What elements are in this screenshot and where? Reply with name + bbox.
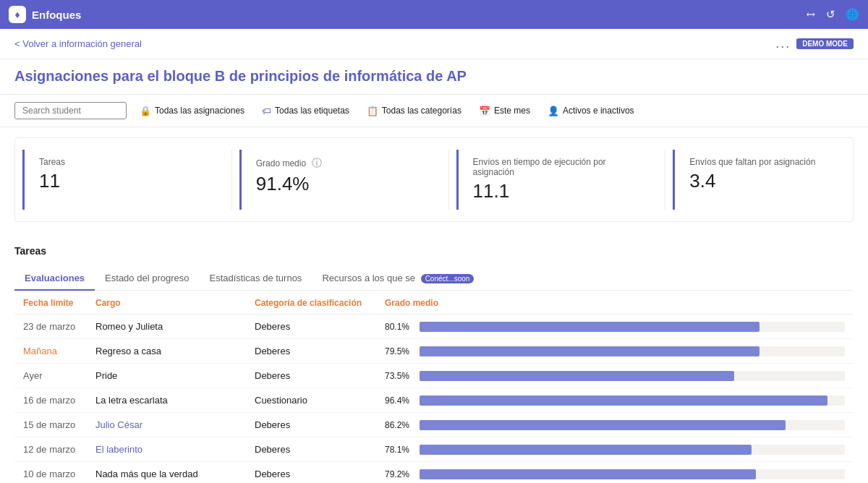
grade-value-5: 78.1% [385, 445, 412, 455]
filter-month-label: Este mes [494, 106, 530, 116]
cell-category-2: Deberes [246, 364, 376, 388]
back-link[interactable]: < Volver a información general [14, 38, 142, 49]
cell-grade-6: 79.2% [376, 462, 854, 484]
stat-tasks: Tareas 11 [22, 150, 195, 210]
grade-value-4: 86.2% [385, 420, 412, 430]
filter-month[interactable]: 📅 Este mes [475, 103, 535, 119]
category-icon: 📋 [367, 106, 378, 116]
top-bar-actions: ⤢ ↺ 🌐 [807, 8, 859, 21]
tab-progreso[interactable]: Estado del progreso [95, 267, 199, 291]
grade-value-1: 79.5% [385, 346, 412, 356]
cell-grade-4: 86.2% [376, 413, 854, 437]
cell-assignment-0: Romeo y Julieta [87, 315, 246, 339]
cell-date-3: 16 de marzo [14, 388, 87, 413]
table-row: 12 de marzo El laberinto Deberes 78.1% [14, 437, 854, 462]
filter-categories[interactable]: 📋 Todas las categorías [362, 103, 466, 119]
minimize-icon[interactable]: ⤢ [804, 7, 820, 22]
filter-assignments[interactable]: 🔒 Todas las asignaciones [135, 103, 249, 119]
grade-bar-bg-2 [420, 371, 845, 381]
table-row: 23 de marzo Romeo y Julieta Deberes 80.1… [14, 315, 854, 339]
table-header-row: Fecha límite Cargo Categoría de clasific… [14, 291, 854, 315]
filter-categories-label: Todas las categorías [382, 106, 461, 116]
tab-turnos[interactable]: Estadísticas de turnos [199, 267, 312, 291]
demo-badge: DEMO MODE [796, 38, 854, 49]
assignment-link-5[interactable]: El laberinto [95, 444, 142, 455]
filter-bar: 🔒 Todas las asignaciones 🏷 Todas las eti… [0, 95, 868, 127]
tab-recursos[interactable]: Recursos a los que se Conéct...soon [312, 267, 484, 291]
cell-grade-2: 73.5% [376, 364, 854, 388]
globe-icon[interactable]: 🌐 [846, 8, 859, 21]
filter-active-label: Activos e inactivos [563, 106, 634, 116]
page-title-bar: Asignaciones para el bloque B de princip… [0, 59, 868, 95]
cell-category-3: Cuestionario [246, 388, 376, 413]
user-icon: 👤 [548, 106, 559, 116]
refresh-icon[interactable]: ↺ [826, 8, 835, 21]
grade-value-0: 80.1% [385, 322, 412, 332]
grade-bar-bg-1 [420, 346, 845, 356]
calendar-icon: 📅 [479, 106, 490, 116]
breadcrumb-right: ... DEMO MODE [775, 36, 854, 51]
stat-grade-value: 91.4% [256, 173, 398, 195]
stat-grade-label: Grado medio ⓘ [256, 157, 398, 170]
main-content: < Volver a información general ... DEMO … [0, 29, 868, 483]
assignment-name-2: Pride [95, 370, 117, 381]
table-row: Ayer Pride Deberes 73.5% [14, 364, 854, 388]
page-title-highlight: principios de informática de AP [250, 68, 467, 84]
cell-assignment-4[interactable]: Julio César [87, 413, 246, 437]
grade-bar-bg-3 [420, 396, 845, 406]
filter-tags-label: Todas las etiquetas [275, 106, 349, 116]
stat-ontime: Envíos en tiempo de ejecución por asigna… [456, 150, 629, 210]
cell-date-6: 10 de marzo [14, 462, 87, 484]
grade-bar-5 [420, 445, 752, 455]
filter-active[interactable]: 👤 Activos e inactivos [543, 103, 639, 119]
cell-assignment-6: Nada más que la verdad [87, 462, 246, 484]
tabs-bar: Evaluaciones Estado del progreso Estadís… [14, 267, 854, 291]
table-row: 10 de marzo Nada más que la verdad Deber… [14, 462, 854, 484]
table-row: Mañana Regreso a casa Deberes 79.5% [14, 339, 854, 364]
cell-assignment-2: Pride [87, 364, 246, 388]
cell-category-6: Deberes [246, 462, 376, 484]
stat-missing-label: Envíos que faltan por asignación [689, 157, 831, 167]
stat-missing-value: 3.4 [689, 170, 831, 192]
cell-category-0: Deberes [246, 315, 376, 339]
page-title: Asignaciones para el bloque B de princip… [14, 67, 854, 85]
col-date: Fecha límite [14, 291, 87, 315]
lock-icon: 🔒 [140, 106, 151, 116]
filter-tags[interactable]: 🏷 Todas las etiquetas [258, 103, 354, 119]
grade-bar-1 [420, 346, 760, 356]
col-assignment: Cargo [87, 291, 246, 315]
cell-grade-3: 96.4% [376, 388, 854, 413]
grade-value-2: 73.5% [385, 371, 412, 381]
divider-2 [448, 150, 449, 210]
assignment-name-0: Romeo y Julieta [95, 321, 163, 332]
divider-3 [665, 150, 665, 210]
tasks-section: Tareas Evaluaciones Estado del progreso … [0, 234, 868, 483]
col-category: Categoría de clasificación [246, 291, 376, 315]
cell-grade-5: 78.1% [376, 437, 854, 462]
info-icon[interactable]: ⓘ [312, 157, 322, 170]
stat-grade: Grado medio ⓘ 91.4% [239, 150, 412, 210]
cell-date-5: 12 de marzo [14, 437, 87, 462]
grade-bar-3 [420, 396, 827, 406]
grade-bar-4 [420, 420, 786, 430]
cell-assignment-5[interactable]: El laberinto [87, 437, 246, 462]
breadcrumb-bar: < Volver a información general ... DEMO … [0, 29, 868, 59]
grade-value-3: 96.4% [385, 396, 412, 406]
assignment-link-4[interactable]: Julio César [95, 419, 142, 430]
tab-evaluaciones[interactable]: Evaluaciones [14, 267, 95, 291]
assignments-table: Fecha límite Cargo Categoría de clasific… [14, 291, 854, 483]
grade-bar-2 [420, 371, 734, 381]
more-options-button[interactable]: ... [775, 36, 791, 51]
assignment-name-1: Regreso a casa [95, 346, 161, 356]
page-title-prefix: Asignaciones para el bloque B de [14, 68, 250, 84]
stat-tasks-value: 11 [39, 170, 181, 192]
cell-grade-0: 80.1% [376, 315, 854, 339]
top-bar: ♦ Enfoques ⤢ ↺ 🌐 [0, 0, 868, 29]
cell-date-0: 23 de marzo [14, 315, 87, 339]
grade-value-6: 79.2% [385, 469, 412, 479]
cell-category-5: Deberes [246, 437, 376, 462]
filter-assignments-label: Todas las asignaciones [155, 106, 244, 116]
stat-ontime-label: Envíos en tiempo de ejecución por asigna… [473, 157, 615, 177]
cell-grade-1: 79.5% [376, 339, 854, 364]
search-input[interactable] [14, 102, 127, 119]
